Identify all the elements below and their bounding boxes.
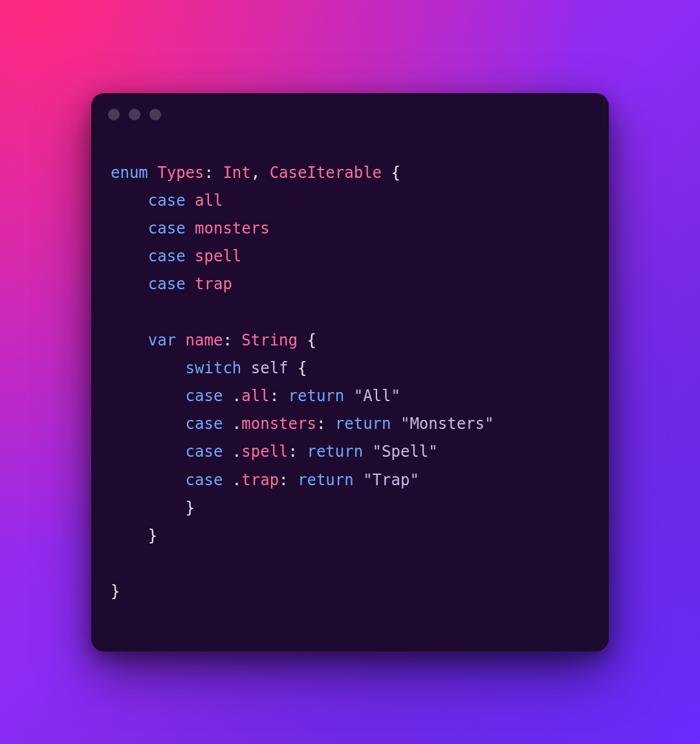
member-trap: trap — [241, 471, 279, 489]
member-spell: spell — [241, 443, 288, 461]
keyword-case: case — [186, 415, 223, 433]
dot: . — [232, 415, 241, 433]
brace-close: } — [148, 527, 157, 545]
dot: . — [232, 471, 241, 489]
traffic-light-close-icon[interactable] — [108, 109, 120, 120]
traffic-light-zoom-icon[interactable] — [149, 109, 161, 120]
brace-close: } — [111, 582, 120, 600]
type-name: Types — [157, 164, 204, 182]
comma: , — [251, 164, 260, 182]
keyword-var: var — [148, 331, 176, 349]
keyword-case: case — [148, 247, 186, 265]
traffic-light-minimize-icon[interactable] — [129, 109, 140, 120]
case-spell: spell — [195, 247, 241, 265]
type-int: Int — [223, 164, 250, 182]
code-window: enum Types: Int, CaseIterable { case all… — [91, 93, 609, 651]
string-literal: "Spell" — [373, 443, 438, 461]
dot: . — [232, 387, 241, 405]
keyword-case: case — [186, 387, 223, 405]
string-literal: "Monsters" — [400, 415, 494, 433]
member-all: all — [241, 387, 269, 405]
colon: : — [204, 164, 213, 182]
keyword-return: return — [307, 443, 363, 461]
keyword-case: case — [148, 191, 186, 210]
var-name: name — [186, 331, 223, 349]
keyword-case: case — [148, 275, 186, 293]
string-literal: "Trap" — [363, 471, 419, 489]
brace-open: { — [391, 164, 400, 182]
colon: : — [279, 471, 288, 489]
brace-close: } — [186, 499, 195, 517]
keyword-case: case — [148, 219, 186, 237]
keyword-return: return — [335, 415, 391, 433]
colon: : — [316, 415, 325, 433]
keyword-case: case — [186, 471, 223, 489]
keyword-enum: enum — [111, 164, 148, 182]
protocol-caseiterable: CaseIterable — [270, 164, 382, 182]
colon: : — [270, 387, 279, 405]
colon: : — [223, 331, 232, 349]
case-all: all — [195, 191, 223, 210]
keyword-self: self — [251, 359, 289, 377]
code-block: enum Types: Int, CaseIterable { case all… — [91, 127, 609, 651]
string-literal: "All" — [354, 387, 400, 405]
brace-open: { — [307, 331, 316, 349]
keyword-return: return — [289, 387, 345, 405]
case-monsters: monsters — [195, 219, 270, 237]
brace-open: { — [298, 359, 307, 377]
window-titlebar — [91, 93, 609, 127]
member-monsters: monsters — [241, 415, 316, 433]
dot: . — [232, 443, 241, 461]
type-string: String — [241, 331, 298, 349]
case-trap: trap — [195, 275, 232, 293]
keyword-return: return — [298, 471, 354, 489]
keyword-case: case — [186, 443, 223, 461]
keyword-switch: switch — [186, 359, 242, 377]
colon: : — [289, 443, 298, 461]
